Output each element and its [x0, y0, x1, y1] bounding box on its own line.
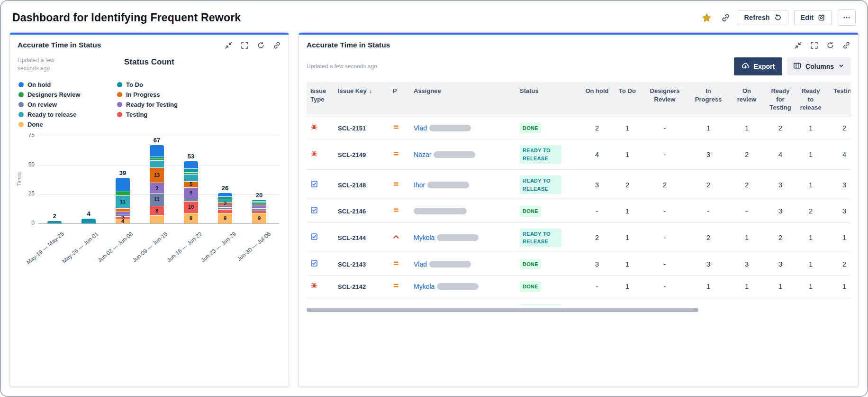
- bar-segment-to-do[interactable]: [81, 219, 96, 223]
- bar-segment-in-progress[interactable]: [116, 208, 130, 212]
- table-row-scl-2149[interactable]: SCL-2149NazarREADY TO RELEASE41-32414: [307, 139, 850, 170]
- column-header-issue-type[interactable]: Issue Type: [307, 82, 334, 117]
- table-row-scl-2146[interactable]: SCL-2146DONE-1---323: [307, 200, 850, 223]
- issue-key[interactable]: SCL-2144: [338, 234, 366, 241]
- legend-item-on-review[interactable]: On review: [18, 101, 100, 108]
- bar-column-may-19-may-25[interactable]: 2: [43, 212, 66, 223]
- bar-segment-testing[interactable]: [218, 209, 232, 212]
- legend-item-ready-to-release[interactable]: Ready to release: [18, 111, 100, 118]
- link-icon[interactable]: [842, 41, 850, 49]
- bar-segment-ready-to-release[interactable]: 11: [116, 195, 130, 208]
- column-header-ready-for-testing[interactable]: Ready for Testing: [765, 82, 796, 117]
- favorite-star-icon[interactable]: [700, 11, 714, 25]
- issue-key-cell: SCL-2151: [334, 117, 389, 140]
- table-row-scl-2142[interactable]: SCL-2142MykolaDONE-1-11111: [307, 276, 850, 298]
- bar-segment-ready-for-testing[interactable]: 9: [184, 187, 198, 198]
- bar-segment-ready-to-release[interactable]: [184, 174, 198, 181]
- assignee-link[interactable]: Nazar: [414, 151, 431, 158]
- collapse-icon[interactable]: [794, 41, 802, 49]
- chart-legend: On holdDesigners ReviewOn reviewReady to…: [18, 81, 281, 128]
- bar-segment-testing[interactable]: 10: [184, 201, 198, 213]
- bar-segment-ready-for-testing[interactable]: 9: [150, 183, 164, 193]
- bar-column-may-26-jun-01[interactable]: 4: [77, 210, 100, 223]
- horizontal-scrollbar[interactable]: [307, 308, 850, 312]
- bar-segment-on-review[interactable]: 11: [150, 193, 164, 206]
- bar-column-jun-23-jun-29[interactable]: 2629: [214, 185, 236, 223]
- bar-segment-on-hold[interactable]: [184, 161, 198, 168]
- table-row-scl-2143[interactable]: SCL-2143VladDONE31-33312: [307, 253, 850, 276]
- issue-key[interactable]: SCL-2146: [338, 208, 366, 215]
- bars-area: 243911246713911853591092629209: [38, 136, 279, 223]
- legend-item-in-progress[interactable]: In Progress: [117, 91, 199, 98]
- column-header-status[interactable]: Status: [516, 82, 580, 117]
- column-header-ready-to-release[interactable]: Ready to release: [796, 82, 826, 117]
- assignee-link[interactable]: Ihor: [414, 181, 425, 189]
- legend-item-done[interactable]: Done: [18, 121, 100, 128]
- columns-button[interactable]: Columns: [787, 57, 850, 75]
- bar-column-jun-16-jun-22[interactable]: 5359109: [180, 153, 202, 223]
- fullscreen-icon[interactable]: [810, 41, 818, 49]
- bar-column-jun-09-jun-15[interactable]: 67139118: [145, 137, 168, 223]
- column-header-in-progress[interactable]: In Progress: [688, 82, 728, 117]
- edit-button[interactable]: Edit: [794, 10, 832, 25]
- issue-key[interactable]: SCL-2142: [338, 283, 366, 290]
- bar-segment-in-progress[interactable]: 13: [150, 167, 164, 183]
- refresh-button[interactable]: Refresh: [738, 10, 788, 25]
- column-header-assignee[interactable]: Assignee: [410, 82, 516, 117]
- legend-item-to-do[interactable]: To Do: [117, 81, 199, 88]
- export-button[interactable]: Export: [734, 57, 782, 75]
- bar-segment-to-do[interactable]: [47, 221, 62, 223]
- column-header-p[interactable]: P: [389, 82, 410, 117]
- issue-key[interactable]: SCL-2151: [338, 125, 366, 132]
- table-row-scl-2144[interactable]: SCL-2144MykolaREADY TO RELEASE21-21211: [307, 223, 850, 253]
- bar-segment-done[interactable]: [150, 215, 164, 223]
- status-count-cell: 1: [688, 117, 728, 140]
- assignee-link[interactable]: Mykola: [414, 283, 434, 290]
- bar-segment-on-review[interactable]: [184, 198, 198, 201]
- bar-column-jun-02-jun-08[interactable]: 391124: [111, 169, 134, 223]
- issue-key[interactable]: SCL-2149: [338, 151, 366, 158]
- column-header-on-review[interactable]: On review: [728, 82, 765, 117]
- legend-swatch: [117, 82, 122, 87]
- legend-item-testing[interactable]: Testing: [117, 111, 199, 118]
- table-row-scl-2151[interactable]: SCL-2151VladDONE21-11212: [307, 117, 850, 140]
- share-link-icon[interactable]: [719, 11, 732, 24]
- legend-item-designers-review[interactable]: Designers Review: [18, 91, 100, 98]
- assignee-link[interactable]: Vlad: [414, 124, 427, 132]
- assignee-link[interactable]: Vlad: [414, 260, 427, 268]
- bar-segment-on-hold[interactable]: [150, 145, 164, 157]
- bar-column-jun-30-jul-06[interactable]: 209: [248, 192, 271, 223]
- collapse-icon[interactable]: [225, 41, 233, 49]
- horizontal-scrollbar-thumb[interactable]: [307, 308, 698, 312]
- chevron-down-icon: [838, 63, 844, 70]
- bar-segment-done[interactable]: 9: [252, 213, 266, 223]
- issue-key[interactable]: SCL-2148: [338, 182, 366, 189]
- bar-segment-to-do[interactable]: [184, 168, 198, 172]
- bar-segment-in-progress[interactable]: 5: [184, 181, 198, 187]
- bar-segment-designers-review[interactable]: [116, 192, 130, 195]
- column-header-designers-review[interactable]: Designers Review: [641, 82, 688, 117]
- table-row-scl-2148[interactable]: SCL-2148IhorREADY TO RELEASE32222313: [307, 170, 850, 200]
- bar-segment-done[interactable]: 9: [218, 213, 232, 223]
- column-header-to-do[interactable]: To Do: [614, 82, 641, 117]
- priority-medium-icon: [393, 181, 399, 187]
- issue-key[interactable]: SCL-2143: [338, 261, 366, 268]
- fullscreen-icon[interactable]: [241, 41, 249, 49]
- link-icon[interactable]: [273, 41, 281, 49]
- more-options-button[interactable]: [838, 9, 856, 26]
- reset-refresh-icon[interactable]: [257, 41, 265, 49]
- legend-item-on-hold[interactable]: On hold: [18, 81, 100, 88]
- table-row-scl-2140[interactable]: SCL-2140KaterynaREADY TO RELEASE11---212: [307, 298, 850, 305]
- bar-segment-testing[interactable]: 8: [150, 206, 164, 215]
- bar-segment-on-hold[interactable]: [116, 178, 130, 190]
- column-header-testing[interactable]: Testing: [826, 82, 850, 117]
- bar-segment-done[interactable]: 4: [116, 219, 130, 223]
- bar-segment-ready-to-release[interactable]: [150, 160, 164, 167]
- column-header-issue-key[interactable]: Issue Key↓: [334, 82, 389, 117]
- assignee-link[interactable]: Mykola: [414, 234, 434, 241]
- reset-refresh-icon[interactable]: [826, 41, 834, 49]
- bar-segment-done[interactable]: 9: [184, 213, 198, 223]
- bar-segment-on-hold[interactable]: [218, 193, 232, 196]
- legend-item-ready-for-testing[interactable]: Ready for Testing: [117, 101, 199, 108]
- column-header-on-hold[interactable]: On hold: [580, 82, 614, 117]
